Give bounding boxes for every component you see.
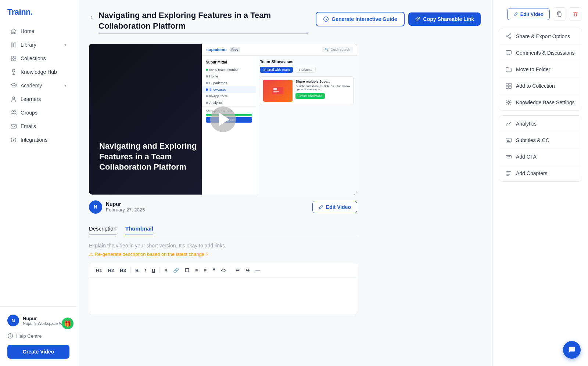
play-icon xyxy=(219,113,229,126)
avatar: N xyxy=(7,315,19,326)
tab-thumbnail[interactable]: Thumbnail xyxy=(125,222,153,235)
video-player[interactable]: supademo Free 🔍 Quick search Nupur Mitta… xyxy=(89,44,357,195)
toolbar-sep-3 xyxy=(231,267,231,273)
svg-rect-0 xyxy=(11,43,13,47)
toolbar-h3[interactable]: H3 xyxy=(118,266,128,275)
menu-item-analytics[interactable]: Analytics xyxy=(499,116,582,132)
svg-point-19 xyxy=(506,36,508,37)
toolbar-link[interactable]: 🔗 xyxy=(171,266,181,275)
description-area: Explain the video in your short version.… xyxy=(89,243,357,315)
gift-button[interactable]: 🎁 xyxy=(62,318,74,329)
chat-bubble-button[interactable] xyxy=(563,341,581,359)
video-overlay[interactable] xyxy=(89,44,357,195)
svg-rect-5 xyxy=(14,59,16,61)
toolbar-hr[interactable]: — xyxy=(253,266,262,275)
sidebar-item-home[interactable]: Home xyxy=(3,25,74,38)
toolbar-h2[interactable]: H2 xyxy=(106,266,116,275)
toolbar-ol[interactable]: ≡ xyxy=(201,266,209,275)
svg-rect-24 xyxy=(506,86,508,88)
copy-icon-button[interactable] xyxy=(553,7,566,21)
sidebar-item-groups[interactable]: Groups xyxy=(3,106,74,119)
groups-icon xyxy=(10,109,17,116)
help-centre-link[interactable]: Help Centre xyxy=(3,330,74,342)
library-chevron: ▾ xyxy=(64,43,67,47)
toolbar-quote[interactable]: ❝ xyxy=(210,266,217,275)
menu-section-1: Share & Export Options Comments & Discus… xyxy=(499,28,582,111)
svg-rect-2 xyxy=(11,56,13,58)
regen-link[interactable]: ⚠ Re-generate description based on the l… xyxy=(89,251,357,257)
play-button[interactable] xyxy=(210,106,236,132)
svg-point-8 xyxy=(14,110,15,112)
chat-icon xyxy=(568,346,576,354)
back-button[interactable]: ‹ xyxy=(89,12,94,22)
sidebar-item-academy[interactable]: Academy ▾ xyxy=(3,79,74,92)
toolbar-sep-1 xyxy=(130,267,131,273)
menu-item-comments[interactable]: Comments & Discussions xyxy=(499,45,582,61)
sidebar-bottom: N Nupur Nupur's Workspace Workspace Help… xyxy=(0,306,77,366)
editor-wrapper: H1 H2 H3 B I U ≡ 🔗 ☐ ≡ ≡ ❝ <> xyxy=(89,263,357,315)
menu-section-2: Analytics Subtitles & CC xyxy=(499,115,582,182)
home-icon xyxy=(10,28,17,35)
generate-icon xyxy=(323,16,329,22)
toolbar-bold[interactable]: B xyxy=(133,266,141,275)
author-row: N Nupur February 27, 2025 Edit Video xyxy=(89,200,357,214)
collections-icon xyxy=(10,55,17,62)
sidebar-item-library[interactable]: Library ▾ xyxy=(3,38,74,51)
knowledge-icon xyxy=(10,69,17,75)
toolbar-undo[interactable]: ↩ xyxy=(233,266,242,275)
title-row: ‹ Navigating and Exploring Features in a… xyxy=(89,10,308,33)
author-details: Nupur February 27, 2025 xyxy=(106,201,145,213)
edit-video-button-bottom[interactable]: Edit Video xyxy=(312,201,357,213)
sidebar-item-emails[interactable]: Emails xyxy=(3,120,74,133)
toolbar-redo[interactable]: ↪ xyxy=(243,266,252,275)
svg-rect-1 xyxy=(14,43,16,47)
edit-icon xyxy=(319,204,324,210)
menu-item-move-folder[interactable]: Move to Folder xyxy=(499,61,582,78)
menu-item-share[interactable]: Share & Export Options xyxy=(499,28,582,45)
svg-rect-17 xyxy=(558,13,561,17)
svg-point-6 xyxy=(12,97,14,99)
menu-item-add-chapters[interactable]: Add Chapters xyxy=(499,165,582,181)
sidebar-item-collections[interactable]: Collections xyxy=(3,52,74,65)
svg-rect-21 xyxy=(506,51,511,54)
page-title: Navigating and Exploring Features in a T… xyxy=(98,10,308,33)
edit-video-main-button[interactable]: Edit Video xyxy=(507,8,550,20)
sidebar-item-integrations[interactable]: Integrations xyxy=(3,133,74,146)
cta-icon xyxy=(505,153,512,160)
svg-rect-23 xyxy=(509,83,511,86)
toolbar-ul[interactable]: ≡ xyxy=(193,266,200,275)
copy-icon xyxy=(556,11,562,17)
svg-point-10 xyxy=(13,139,14,141)
integrations-icon xyxy=(10,137,17,143)
menu-item-add-collection[interactable]: Add to Collection xyxy=(499,78,582,94)
sidebar: Trainn. Home Library ▾ xyxy=(0,0,77,366)
menu-item-add-cta[interactable]: Add CTA xyxy=(499,149,582,165)
sidebar-nav: Home Library ▾ Collect xyxy=(0,23,77,306)
collection-icon xyxy=(505,82,512,90)
author-avatar: N xyxy=(89,200,102,214)
toolbar-code[interactable]: <> xyxy=(219,266,229,275)
sidebar-item-learners[interactable]: Learners xyxy=(3,93,74,106)
menu-item-kb-settings[interactable]: Knowledge Base Settings xyxy=(499,94,582,110)
header-actions: Generate Interactive Guide Copy Shareabl… xyxy=(316,12,481,26)
toolbar-h1[interactable]: H1 xyxy=(94,266,104,275)
main-content: ‹ Navigating and Exploring Features in a… xyxy=(77,0,588,366)
toolbar-underline[interactable]: U xyxy=(150,266,157,275)
menu-item-subtitles[interactable]: Subtitles & CC xyxy=(499,132,582,149)
tab-description[interactable]: Description xyxy=(89,222,116,235)
subtitles-icon xyxy=(505,137,512,144)
editor-body[interactable] xyxy=(89,278,357,315)
right-panel-top: Edit Video xyxy=(499,7,582,21)
page-header: ‹ Navigating and Exploring Features in a… xyxy=(89,10,481,33)
toolbar-embed[interactable]: ☐ xyxy=(183,266,191,275)
sidebar-item-knowledge-hub[interactable]: Knowledge Hub xyxy=(3,65,74,79)
toolbar-sep-2 xyxy=(159,267,160,273)
copy-link-button[interactable]: Copy Shareable Link xyxy=(408,12,481,26)
folder-icon xyxy=(505,66,512,73)
delete-button[interactable] xyxy=(569,7,582,21)
toolbar-align[interactable]: ≡ xyxy=(162,266,169,275)
generate-guide-button[interactable]: Generate Interactive Guide xyxy=(316,12,404,26)
create-video-button[interactable]: Create Video xyxy=(7,345,69,359)
toolbar-italic[interactable]: I xyxy=(142,266,148,275)
chapters-icon xyxy=(505,170,512,177)
